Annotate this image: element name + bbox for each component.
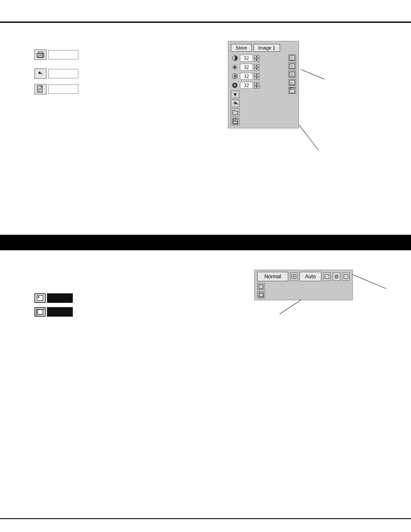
panel-bottom-icons: ▼ [231, 90, 286, 125]
panel-header: Store Image 1 [231, 44, 296, 52]
svg-rect-51 [38, 296, 39, 298]
lower-item2-icon [34, 307, 46, 317]
lower-left-items [34, 293, 73, 321]
svg-point-42 [335, 275, 338, 278]
square-icon-btn1[interactable] [323, 272, 331, 281]
svg-line-36 [301, 69, 324, 79]
top-border [0, 22, 411, 23]
svg-line-48 [352, 274, 386, 289]
contrast-icon [231, 54, 239, 62]
brightness-value: 32 [240, 64, 253, 71]
image1-button[interactable]: Image 1 [253, 44, 280, 52]
svg-point-3 [42, 54, 43, 55]
sharpness-up[interactable]: ▲ [254, 82, 259, 85]
svg-point-22 [234, 84, 236, 87]
undo-icon [34, 68, 47, 79]
right-icons-col: 1 2 3 [288, 54, 296, 125]
contrast-up[interactable]: ▲ [254, 55, 259, 58]
sharpness-icon [231, 81, 239, 89]
normal-auto-panel: Normal Auto [254, 270, 353, 300]
bottom-border [0, 518, 411, 519]
reset-btn[interactable] [231, 100, 240, 107]
brightness-arrows[interactable]: ▲ ▼ [254, 64, 259, 71]
undo-button[interactable] [34, 68, 78, 79]
lower-item2-button[interactable] [34, 307, 73, 317]
contrast-value: 32 [240, 55, 253, 62]
left-items-group [34, 50, 78, 100]
circle-icon-btn[interactable] [333, 272, 340, 281]
svg-rect-45 [259, 285, 263, 289]
brightness-icon [231, 63, 239, 71]
lower-callout [299, 125, 321, 152]
brightness-down[interactable]: ▼ [254, 68, 259, 71]
contrast-arrows[interactable]: ▲ ▼ [254, 55, 259, 62]
add-icon-btn[interactable] [290, 272, 298, 281]
undo-label [48, 69, 78, 78]
svg-line-49 [280, 300, 301, 314]
small-item2[interactable] [257, 291, 265, 298]
brightness-up[interactable]: ▲ [254, 64, 259, 67]
svg-rect-44 [344, 274, 348, 279]
print-icon [34, 50, 47, 60]
svg-rect-25 [233, 121, 237, 124]
svg-line-17 [236, 65, 237, 66]
svg-rect-47 [259, 293, 263, 297]
normal-button[interactable]: Normal [257, 272, 289, 281]
small-items-callout [280, 298, 301, 316]
svg-rect-46 [259, 293, 263, 297]
image4-icon[interactable]: 4 [288, 79, 296, 86]
svg-line-15 [233, 65, 234, 66]
normal-main-row: Normal Auto [257, 272, 350, 281]
lower-item2-label [47, 307, 73, 317]
svg-text:3: 3 [291, 73, 293, 76]
section-divider [0, 235, 411, 250]
brightness-row: 32 ▲ ▼ [231, 63, 286, 71]
svg-line-37 [299, 125, 318, 150]
image2-icon[interactable]: 2 [288, 62, 296, 69]
image1-icon[interactable]: 1 [288, 54, 296, 61]
lower-item1-label [47, 293, 73, 303]
contrast-down[interactable]: ▼ [254, 59, 259, 62]
lower-item1-icon [34, 293, 46, 303]
sharpness-down[interactable]: ▼ [254, 86, 259, 89]
color-down[interactable]: ▼ [254, 77, 259, 80]
small-item1[interactable] [257, 283, 265, 290]
color-arrows[interactable]: ▲ ▼ [254, 73, 259, 80]
svg-rect-50 [37, 296, 43, 301]
store-button[interactable]: Store [231, 44, 252, 52]
color-up[interactable]: ▲ [254, 73, 259, 76]
image-panel: Store Image 1 32 ▲ ▼ [228, 41, 299, 128]
folder-btn[interactable] [231, 109, 240, 116]
memory-icon[interactable] [288, 87, 296, 94]
normal-panel-callout [352, 272, 387, 291]
upper-section: Store Image 1 32 ▲ ▼ [0, 24, 411, 235]
down-arrow-btn[interactable]: ▼ [231, 90, 240, 98]
print-button[interactable] [34, 50, 78, 60]
document-label [48, 84, 78, 94]
svg-point-43 [336, 276, 337, 277]
svg-line-16 [236, 68, 237, 69]
color-value: 32 [240, 73, 253, 80]
sharpness-row: 32 ▲ ▼ [231, 81, 286, 89]
svg-rect-24 [234, 119, 236, 121]
save-btn[interactable] [231, 118, 240, 125]
color-row: 32 ▲ ▼ [231, 72, 286, 80]
svg-text:1: 1 [291, 57, 293, 60]
document-button[interactable] [34, 84, 78, 94]
svg-text:4: 4 [291, 81, 293, 84]
print-label [48, 50, 78, 59]
svg-point-10 [234, 66, 236, 68]
panel-callout-line [301, 67, 324, 81]
lower-item1-button[interactable] [34, 293, 73, 303]
sharpness-arrows[interactable]: ▲ ▼ [254, 82, 259, 89]
image3-icon[interactable]: 3 [288, 71, 296, 78]
panel-body: 32 ▲ ▼ [231, 54, 296, 125]
svg-point-20 [234, 75, 236, 77]
svg-rect-35 [290, 88, 293, 90]
contrast-row: 32 ▲ ▼ [231, 54, 286, 62]
panel-small-items [257, 283, 350, 298]
color-icon [231, 72, 239, 80]
svg-line-18 [233, 68, 234, 69]
square-icon-btn2[interactable] [342, 272, 350, 281]
auto-button[interactable]: Auto [299, 272, 321, 281]
